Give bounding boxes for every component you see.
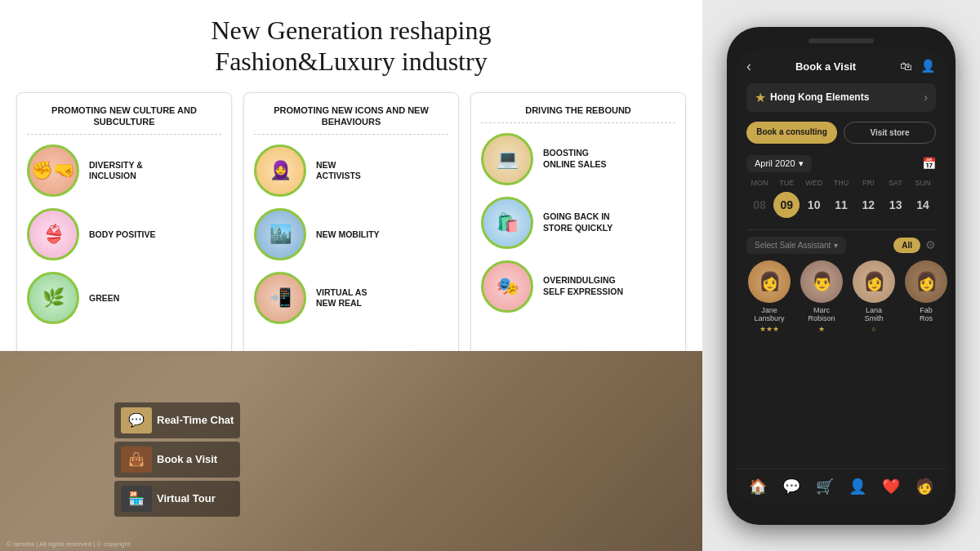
- avatar-lana-stars: ○: [871, 325, 875, 333]
- divider: [746, 229, 936, 230]
- card2-item2: 🏙️ NEW MOBILITY: [254, 208, 448, 260]
- settings-icon[interactable]: ⚙: [925, 238, 936, 251]
- user-icon[interactable]: 👤: [920, 59, 936, 73]
- avatar-fab-photo: 👩: [905, 260, 947, 303]
- weekday-tue: TUE: [773, 179, 800, 187]
- avatar-marc-name: MarcRobison: [808, 306, 835, 324]
- nav-account-icon[interactable]: 🧑: [915, 478, 933, 495]
- weekday-sat: SAT: [883, 179, 909, 187]
- filter-all-button[interactable]: All: [893, 238, 920, 253]
- circle-diversity: ✊🤜: [27, 144, 79, 197]
- nav-chat-icon[interactable]: 💬: [782, 478, 800, 495]
- label-expression: OVERINDULGINGSELF EXPRESSION: [543, 275, 623, 297]
- tour-thumb: 🏪: [121, 486, 152, 512]
- chat-thumb: 💬: [121, 407, 152, 433]
- label-online: BOOSTINGONLINE SALES: [543, 148, 607, 170]
- avatar-fab-name: FabRos: [920, 306, 933, 324]
- label-virtual: VIRTUAL ASNEW REAL: [316, 287, 367, 309]
- label-mobility: NEW MOBILITY: [316, 229, 380, 241]
- avatar-lana[interactable]: 👩 LanaSmith ○: [851, 260, 897, 334]
- select-assistant-dropdown[interactable]: Select Sale Assistant ▾: [746, 237, 846, 254]
- label-store: GOING BACK INSTORE QUICKLY: [543, 211, 612, 233]
- chevron-down-icon: ▾: [799, 158, 804, 169]
- avatar-marc-photo: 👨: [800, 260, 843, 303]
- bottom-content: 💬 Real-Time Chat 👜 Book a Visit 🏪 Virtua…: [0, 351, 702, 551]
- date-12[interactable]: 12: [855, 192, 881, 218]
- label-activists: NEWACTIVISTS: [316, 160, 361, 182]
- back-button[interactable]: ‹: [746, 58, 751, 75]
- feature-tour: 🏪 Virtual Tour: [114, 481, 240, 517]
- card-rebound: DRIVING THE REBOUND 💻 BOOSTINGONLINE SAL…: [470, 92, 686, 370]
- avatar-marc-stars: ★: [818, 325, 825, 333]
- feature-chat: 💬 Real-Time Chat: [114, 402, 240, 438]
- title-line1: New Generation reshaping: [212, 16, 492, 45]
- circle-body: 👙: [27, 208, 79, 260]
- visit-thumb: 👜: [121, 447, 152, 473]
- store-name: Hong Kong Elements: [770, 91, 869, 103]
- card2-item1: 🧕 NEWACTIVISTS: [254, 144, 448, 197]
- bottom-section: 💬 Real-Time Chat 👜 Book a Visit 🏪 Virtua…: [0, 351, 702, 551]
- avatar-marc[interactable]: 👨 MarcRobison ★: [799, 260, 844, 334]
- weekday-sun: SUN: [910, 179, 936, 187]
- bottom-nav: 🏠 💬 🛒 👤 ❤️ 🧑: [735, 469, 947, 504]
- card3-item3: 🎭 OVERINDULGINGSELF EXPRESSION: [481, 260, 675, 313]
- date-09[interactable]: 09: [773, 192, 800, 218]
- chat-label: Real-Time Chat: [157, 414, 234, 426]
- nav-heart-icon[interactable]: ❤️: [882, 478, 900, 495]
- month-label[interactable]: April 2020 ▾: [746, 155, 812, 172]
- avatar-jane-photo: 👩: [748, 260, 791, 303]
- card-icons: PROMOTING NEW ICONS AND NEW BEHAVIOURS 🧕…: [243, 92, 459, 370]
- assistant-row: Select Sale Assistant ▾ All ⚙: [735, 237, 947, 254]
- phone-screen: ‹ Book a Visit 🛍 👤 ★ Hong Kong Elements …: [735, 50, 947, 504]
- avatar-lana-name: LanaSmith: [864, 306, 883, 324]
- circle-mobility: 🏙️: [254, 208, 306, 260]
- avatar-fab[interactable]: 👩 FabRos: [903, 260, 947, 334]
- label-diversity: DIVERSITY &INCLUSION: [89, 160, 143, 182]
- circle-store: 🛍️: [481, 197, 533, 249]
- title-line2: Fashion&Luxury industry: [215, 47, 487, 76]
- nav-store-icon[interactable]: 🛒: [816, 478, 834, 495]
- nav-home-icon[interactable]: 🏠: [749, 478, 767, 495]
- avatar-jane[interactable]: 👩 JaneLansbury ★★★: [746, 260, 792, 334]
- header-icons: 🛍 👤: [900, 59, 936, 73]
- btn-row: Book a consulting Visit store: [746, 122, 936, 144]
- card2-item3: 📲 VIRTUAL ASNEW REAL: [254, 272, 448, 324]
- avatar-jane-name: JaneLansbury: [754, 306, 784, 324]
- top-section: New Generation reshaping Fashion&Luxury …: [0, 0, 702, 351]
- date-row: 08 09 10 11 12 13 14: [746, 192, 936, 218]
- card1-item2: 👙 BODY POSITIVE: [27, 208, 221, 260]
- date-10[interactable]: 10: [801, 192, 827, 218]
- weekday-row: MON TUE WED THU FRI SAT SUN: [746, 179, 936, 187]
- label-green: GREEN: [89, 293, 119, 304]
- nav-profile-icon[interactable]: 👤: [849, 478, 866, 495]
- circle-expression: 🎭: [481, 260, 533, 313]
- date-13[interactable]: 13: [883, 192, 909, 218]
- card1-item3: 🌿 GREEN: [27, 272, 221, 324]
- calendar-icon[interactable]: 📅: [922, 157, 936, 170]
- visit-button[interactable]: Visit store: [844, 122, 936, 144]
- card3-title: DRIVING THE REBOUND: [481, 104, 675, 123]
- date-08[interactable]: 08: [746, 192, 773, 218]
- store-chevron[interactable]: ›: [924, 91, 928, 104]
- left-panel: New Generation reshaping Fashion&Luxury …: [0, 0, 702, 551]
- app-header: ‹ Book a Visit 🛍 👤: [735, 50, 947, 80]
- card3-item2: 🛍️ GOING BACK INSTORE QUICKLY: [481, 197, 675, 249]
- weekday-fri: FRI: [855, 179, 881, 187]
- right-panel: ‹ Book a Visit 🛍 👤 ★ Hong Kong Elements …: [702, 0, 980, 551]
- month-text: April 2020: [755, 158, 795, 168]
- date-11[interactable]: 11: [828, 192, 854, 218]
- weekday-thu: THU: [828, 179, 854, 187]
- bag-icon[interactable]: 🛍: [900, 59, 912, 73]
- date-14[interactable]: 14: [910, 192, 936, 218]
- card2-title: PROMOTING NEW ICONS AND NEW BEHAVIOURS: [254, 104, 448, 136]
- month-row: April 2020 ▾ 📅: [746, 155, 936, 172]
- app-title: Book a Visit: [795, 60, 856, 73]
- store-star: ★: [755, 90, 766, 105]
- card-culture: PROMOTING NEW CULTURE AND SUBCULTURE ✊🤜 …: [16, 92, 232, 370]
- weekday-mon: MON: [746, 179, 773, 187]
- consulting-button[interactable]: Book a consulting: [746, 122, 837, 144]
- phone-notch: [808, 38, 874, 43]
- store-row: ★ Hong Kong Elements ›: [746, 83, 936, 112]
- card1-title: PROMOTING NEW CULTURE AND SUBCULTURE: [27, 104, 221, 136]
- cards-row: PROMOTING NEW CULTURE AND SUBCULTURE ✊🤜 …: [16, 92, 686, 370]
